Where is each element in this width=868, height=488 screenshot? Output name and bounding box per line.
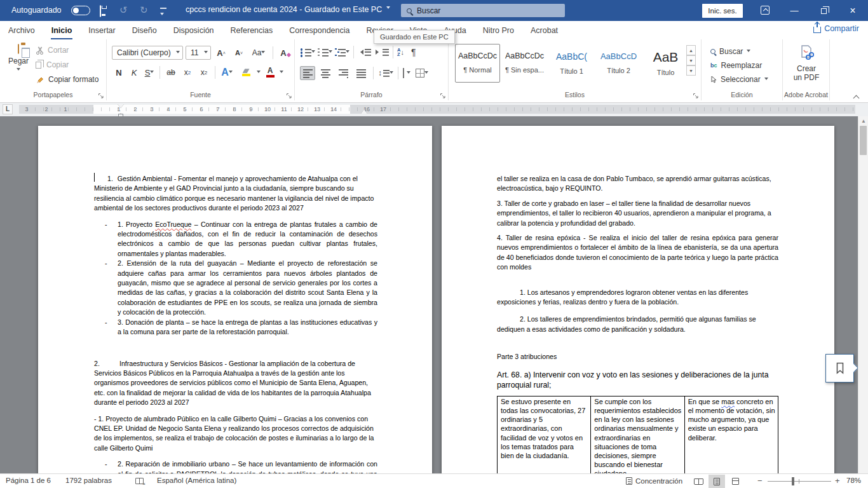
highlight-button[interactable]: [236, 69, 255, 76]
web-layout-button[interactable]: [727, 475, 743, 488]
paragraph[interactable]: 1. Los artesanos y emprendedores lograro…: [497, 288, 778, 308]
cut-button[interactable]: Cortar: [36, 46, 69, 55]
fuente-dialog-launcher[interactable]: [286, 92, 292, 98]
share-button[interactable]: Compartir: [813, 24, 859, 33]
print-layout-button[interactable]: [709, 475, 725, 488]
paste-button[interactable]: Pegar: [6, 44, 31, 74]
tab-stop-selector[interactable]: L: [3, 104, 13, 114]
line-spacing-button[interactable]: ↕: [378, 69, 393, 78]
paragraph[interactable]: Art. 68. a) Intervenir con voz y voto en…: [497, 370, 778, 390]
bookmark-flyout-button[interactable]: [825, 354, 854, 383]
paragraph[interactable]: 3. Taller de corte y grabado en laser – …: [497, 199, 778, 228]
document-page-1[interactable]: 1.Gestión Ambiental - Fomentar el manejo…: [38, 126, 432, 473]
sort-button[interactable]: AZ↓: [397, 48, 404, 57]
style-titulo[interactable]: AaB Título: [643, 44, 688, 83]
font-size-select[interactable]: 11: [186, 46, 211, 60]
create-pdf-button[interactable]: Crear un PDF: [783, 44, 830, 82]
italic-button[interactable]: K: [127, 68, 141, 78]
numbering-button[interactable]: [317, 48, 332, 57]
superscript-button[interactable]: x2: [196, 68, 212, 77]
word-count[interactable]: 1792 palabras: [65, 477, 112, 484]
tab-acrobat[interactable]: Acrobat: [522, 22, 566, 39]
paragraph[interactable]: Parte 3 atribuciones: [497, 352, 778, 362]
underline-button[interactable]: S: [142, 68, 156, 78]
search-box[interactable]: Buscar: [401, 4, 565, 17]
proofing-errors-icon[interactable]: [135, 478, 144, 485]
save-icon[interactable]: [100, 6, 101, 17]
grow-font-button[interactable]: A˄: [214, 48, 229, 58]
minimize-button[interactable]: —: [782, 0, 807, 21]
tab-correspondencia[interactable]: Correspondencia: [281, 22, 358, 39]
align-center-button[interactable]: [318, 69, 333, 78]
vertical-scrollbar[interactable]: ▲: [858, 116, 868, 473]
align-right-button[interactable]: [336, 69, 351, 78]
shrink-font-button[interactable]: A˅: [231, 49, 247, 57]
parrafo-dialog-launcher[interactable]: [440, 92, 446, 98]
style-titulo-1[interactable]: AaBbC( Título 1: [549, 44, 594, 83]
zoom-out-button[interactable]: −: [757, 476, 763, 485]
language-indicator[interactable]: Español (América latina): [157, 477, 236, 484]
tab-archivo[interactable]: Archivo: [0, 22, 43, 39]
redo-icon[interactable]: ↻: [140, 4, 148, 16]
paragraph[interactable]: 2.Infraestructura y Servicios Básicos - …: [94, 359, 377, 408]
table-cell[interactable]: En que se mas concreto en el momento de …: [684, 396, 778, 473]
bullets-button[interactable]: [300, 48, 315, 57]
copy-button[interactable]: Copiar: [36, 60, 69, 69]
close-button[interactable]: ×: [840, 0, 865, 21]
paragraph[interactable]: 2. Los talleres de emprendimientos brind…: [497, 315, 778, 334]
tab-diseno[interactable]: Diseño: [124, 22, 165, 39]
find-button[interactable]: Buscar: [710, 44, 768, 58]
format-painter-button[interactable]: Copiar formato: [36, 75, 98, 84]
portapapeles-dialog-launcher[interactable]: [98, 92, 104, 98]
right-indent-marker[interactable]: [361, 106, 367, 114]
scroll-up-icon[interactable]: ▲: [858, 118, 868, 124]
increase-indent-button[interactable]: [376, 48, 389, 57]
styles-gallery-more[interactable]: ▼: [686, 65, 696, 76]
justify-button[interactable]: [353, 69, 369, 78]
pilcrow-button[interactable]: ¶: [411, 47, 416, 57]
document-page-2[interactable]: el taller se realiza en la casa de don P…: [442, 126, 834, 473]
read-mode-button[interactable]: [690, 475, 707, 488]
page-indicator[interactable]: Página 1 de 6: [6, 477, 51, 484]
subscript-button[interactable]: x2: [180, 68, 195, 77]
tab-inicio[interactable]: Inicio: [43, 22, 81, 39]
zoom-in-button[interactable]: +: [835, 476, 840, 485]
multilevel-list-button[interactable]: [334, 48, 349, 57]
borders-button[interactable]: [416, 69, 428, 78]
scrollbar-thumb[interactable]: [860, 126, 867, 155]
clear-formatting-button[interactable]: A: [278, 48, 293, 58]
bold-button[interactable]: N: [112, 68, 126, 78]
list-item[interactable]: 2. Reparación de inmobiliario urbano – S…: [94, 459, 377, 473]
ribbon-display-options-icon[interactable]: [761, 6, 770, 15]
autosave-toggle[interactable]: [71, 6, 90, 15]
tab-nitro-pro[interactable]: Nitro Pro: [475, 22, 522, 39]
list-item[interactable]: 1. Proyecto EcoTrueque – Continuar con l…: [94, 220, 377, 259]
estilos-dialog-launcher[interactable]: [693, 92, 699, 98]
styles-scroll-down[interactable]: ▼: [686, 55, 696, 65]
tab-insertar[interactable]: Insertar: [80, 22, 123, 39]
styles-scroll-up[interactable]: ▲: [686, 45, 696, 55]
tab-disposicion[interactable]: Disposición: [165, 22, 222, 39]
document-table[interactable]: Se estuvo presente en todas las convocat…: [497, 396, 778, 473]
strikethrough-button[interactable]: ab: [163, 68, 179, 77]
style-normal[interactable]: AaBbCcDc ¶ Normal: [455, 44, 500, 83]
zoom-slider-handle[interactable]: [792, 477, 794, 485]
collapse-ribbon-button[interactable]: [853, 95, 860, 100]
select-button[interactable]: Seleccionar: [710, 72, 768, 86]
paragraph[interactable]: 4. Taller de resina epóxica - Se realiza…: [497, 233, 778, 273]
align-left-button[interactable]: [300, 66, 315, 80]
change-case-button[interactable]: Aa: [249, 48, 268, 57]
qat-customize-icon[interactable]: [160, 8, 166, 19]
list-item[interactable]: 3. Donación de planta – se hace la entre…: [94, 318, 377, 337]
table-cell[interactable]: Se cumple con los requerimientos estable…: [591, 396, 684, 473]
paragraph[interactable]: - 1. Proyecto de alumbrado Público en la…: [94, 414, 377, 454]
font-color-button[interactable]: A: [262, 67, 278, 78]
paragraph[interactable]: 1.Gestión Ambiental - Fomentar el manejo…: [94, 174, 377, 214]
table-cell[interactable]: Se estuvo presente en todas las convocat…: [498, 396, 591, 473]
style-sin-espaciado[interactable]: AaBbCcDc ¶ Sin espa...: [502, 44, 547, 83]
decrease-indent-button[interactable]: [358, 48, 371, 57]
document-title[interactable]: cpccs rendicion de cuenta 2024 - Guardad…: [186, 5, 390, 14]
horizontal-ruler[interactable]: 32112345678910111213141617: [19, 105, 855, 114]
paragraph[interactable]: el taller se realiza en la casa de don P…: [497, 174, 778, 194]
undo-icon[interactable]: ↺: [119, 4, 128, 16]
